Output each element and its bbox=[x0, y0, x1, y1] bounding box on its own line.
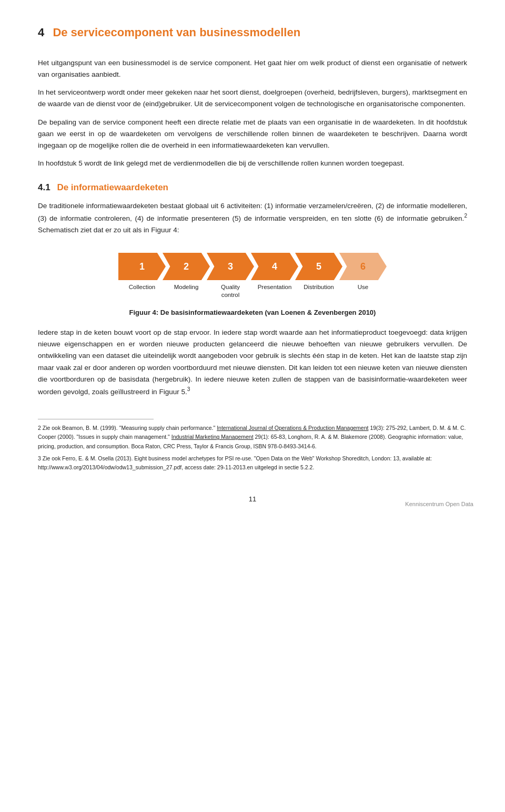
step-5-label: Distribution bbox=[304, 283, 334, 291]
footnotes: 2 Zie ook Beamon, B. M. (1999). "Measuri… bbox=[38, 424, 467, 472]
footnote-ref-2: 2 bbox=[464, 213, 467, 219]
step-1-wrapper: 1 Collection bbox=[118, 253, 166, 291]
section-title-4-1: 4.1 De informatiewaardeketen bbox=[38, 182, 467, 193]
section-title-text: De informatiewaardeketen bbox=[57, 182, 168, 192]
step-1-arrow: 1 bbox=[118, 253, 166, 280]
step-2-arrow: 2 bbox=[163, 253, 210, 280]
step-3-wrapper: 3 Quality control bbox=[207, 253, 254, 299]
footnote-ref-3: 3 bbox=[187, 386, 190, 392]
step-5-arrow: 5 bbox=[295, 253, 342, 280]
footnote-divider bbox=[38, 419, 154, 419]
paragraph-2: In het serviceontwerp wordt onder meer g… bbox=[38, 87, 467, 110]
footnote-2-prefix: 2 Zie ook Beamon, B. M. (1999). "Measuri… bbox=[38, 425, 217, 431]
paragraph-5: De traditionele informatiewaardeketen be… bbox=[38, 200, 467, 236]
paragraph-5-text: De traditionele informatiewaardeketen be… bbox=[38, 202, 467, 222]
paragraph-4: In hoofdstuk 5 wordt de link gelegd met … bbox=[38, 158, 467, 169]
step-5-wrapper: 5 Distribution bbox=[295, 253, 342, 291]
page-number: 11 bbox=[249, 495, 256, 503]
step-3-label: Quality control bbox=[221, 283, 240, 299]
footnote-2: 2 Zie ook Beamon, B. M. (1999). "Measuri… bbox=[38, 424, 467, 451]
chapter-title-text: De servicecomponent van businessmodellen bbox=[53, 26, 300, 39]
chapter-title: 4 De servicecomponent van businessmodell… bbox=[38, 25, 467, 40]
figure-caption: Figuur 4: De basisinformatiewaardeketen … bbox=[129, 309, 376, 316]
footnote-3: 3 Zie ook Ferro, E. & M. Osella (2013). … bbox=[38, 454, 467, 472]
logo: Kenniscentrum Open Data bbox=[405, 501, 473, 507]
step-4-num: 4 bbox=[272, 261, 277, 272]
step-1-num: 1 bbox=[139, 261, 145, 272]
step-1-label: Collection bbox=[129, 283, 156, 291]
step-4-wrapper: 4 Presentation bbox=[251, 253, 298, 291]
step-4-label: Presentation bbox=[258, 283, 292, 291]
step-5-num: 5 bbox=[316, 261, 321, 272]
paragraph-1: Het uitgangspunt van een businessmodel i… bbox=[38, 57, 467, 81]
step-6-wrapper: 6 Use bbox=[339, 253, 387, 291]
step-3-arrow: 3 bbox=[207, 253, 254, 280]
step-6-label: Use bbox=[358, 283, 368, 291]
figure-4: 1 Collection 2 Modeling 3 Quality contro… bbox=[38, 253, 467, 316]
page: 4 De servicecomponent van businessmodell… bbox=[0, 0, 505, 518]
footnote-2-journal: International Journal of Operations & Pr… bbox=[217, 425, 368, 431]
paragraph-5-end: Schematisch ziet dat er zo uit als in Fi… bbox=[38, 226, 179, 234]
paragraph-6: Iedere stap in de keten bouwt voort op d… bbox=[38, 327, 467, 398]
step-4-arrow: 4 bbox=[251, 253, 298, 280]
step-6-arrow: 6 bbox=[339, 253, 387, 280]
section-number: 4.1 bbox=[38, 182, 50, 192]
step-3-num: 3 bbox=[228, 261, 233, 272]
step-2-num: 2 bbox=[184, 261, 189, 272]
step-6-num: 6 bbox=[360, 261, 366, 272]
footnote-2-journal2: Industrial Marketing Management bbox=[171, 434, 254, 440]
process-steps: 1 Collection 2 Modeling 3 Quality contro… bbox=[118, 253, 387, 299]
paragraph-6-text: Iedere stap in de keten bouwt voort op d… bbox=[38, 328, 467, 396]
step-2-label: Modeling bbox=[174, 283, 199, 291]
step-2-wrapper: 2 Modeling bbox=[163, 253, 210, 291]
paragraph-3: De bepaling van de service component hee… bbox=[38, 117, 467, 152]
chapter-number: 4 bbox=[38, 26, 44, 39]
